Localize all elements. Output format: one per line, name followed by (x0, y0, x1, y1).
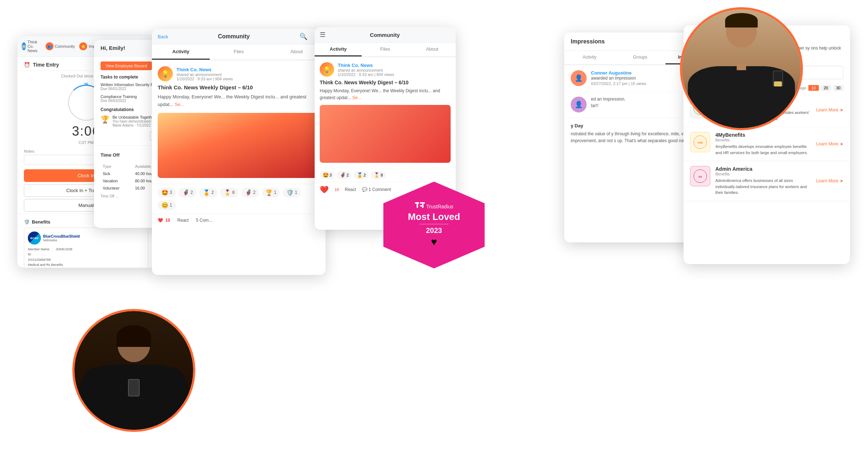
reaction-chip[interactable]: 🛡️1 (283, 188, 301, 198)
svg-text:AA: AA (698, 175, 702, 178)
reaction-chip[interactable]: 🦸2 (241, 188, 259, 198)
post-image (158, 113, 320, 178)
shield-icon: 🛡️ (24, 219, 30, 225)
bcbs-logo: BCBS BlueCrossBlueShield Nebraska (28, 232, 144, 245)
marketplace-item: 4MB 4MyBenefits Benefits 4myBenefits dev… (684, 127, 850, 161)
impressions-icon: ⭐ (79, 42, 87, 50)
activity-post: 💡 Think Co. News shared an announcement … (315, 57, 456, 168)
insurance-card: BCBS BlueCrossBlueShield Nebraska Member… (24, 228, 148, 268)
see-more-link-mobile[interactable]: Se... (352, 95, 361, 100)
arrow-right-icon: ➤ (840, 178, 843, 183)
post-preview: Happy Monday, Everyone! We... the Weekly… (158, 93, 320, 109)
author-avatar: 💡 (158, 66, 173, 81)
tab-activity-mobile[interactable]: Activity (315, 43, 362, 56)
act-post-body: Happy Monday, Everyone! We... the Weekly… (320, 88, 451, 101)
tab-activity[interactable]: Activity (152, 44, 210, 60)
tab-files[interactable]: Files (210, 44, 268, 60)
main-scene: 🏢 Think Co. News 👥 Community ⭐ Impressio… (0, 0, 868, 450)
action-bar: ❤️ 10 React 5 Com... (152, 214, 326, 226)
marketplace-item: AA Admin America Benefits AdminAmerica o… (684, 161, 850, 201)
heart-reaction[interactable]: ❤️ 10 (158, 218, 170, 223)
tab-about-mobile[interactable]: About (409, 43, 456, 56)
tab-groups-imp[interactable]: Groups (615, 51, 665, 64)
person-circle-left (72, 309, 195, 432)
react-button[interactable]: React (177, 218, 188, 223)
learn-more-button-1[interactable]: Learn More ➤ (816, 141, 843, 147)
svg-text:4MB: 4MB (698, 141, 703, 144)
mp-logo-admin-america: AA (690, 166, 710, 186)
react-mobile-button[interactable]: React (345, 187, 356, 192)
imp-avatar-2: 👤 (571, 97, 587, 112)
act-chip[interactable]: 🎖️8 (371, 171, 386, 179)
act-image (320, 105, 451, 163)
act-author: 💡 Think Co. News shared an announcement … (320, 62, 451, 77)
community-icon: 👥 (46, 42, 54, 50)
reaction-chip[interactable]: 🏆1 (262, 188, 280, 198)
arrow-right-icon: ➤ (840, 141, 843, 147)
post-area: 💡 Think Co. News shared an announcement … (152, 60, 326, 184)
post-title: Think Co. News Weekly Digest – 6/10 (158, 84, 320, 90)
comments-button[interactable]: 5 Com... (196, 218, 212, 223)
nav-community[interactable]: 👥 Community (46, 42, 75, 50)
bcbs-icon: BCBS (28, 232, 41, 245)
hamburger-icon[interactable]: ☰ (320, 31, 326, 39)
imp-avatar-1: 👤 (571, 70, 587, 86)
reaction-chip[interactable]: 🤩3 (158, 188, 176, 198)
act-reactions: 🤩3 🦸2 🏅2 🎖️8 (315, 168, 456, 182)
activity-topbar: ☰ Community (315, 27, 456, 43)
act-heart-icon[interactable]: ❤️ (320, 185, 329, 194)
divider-line (420, 224, 448, 224)
svg-rect-7 (417, 202, 418, 208)
see-more-link[interactable]: Se... (175, 102, 184, 107)
activity-tab-bar: Activity Files About (315, 43, 456, 57)
insurance-info: Member Name JOHN DOE ID XXX123456789 Med… (28, 247, 144, 268)
activity-title: Community (370, 32, 400, 38)
view-employee-record-button[interactable]: View Employee Record (101, 61, 152, 70)
most-loved-label: Most Loved (408, 212, 460, 222)
per-page-20[interactable]: 20 (821, 85, 831, 91)
svg-rect-8 (420, 202, 425, 204)
act-post-title: Think Co. News Weekly Digest – 6/10 (320, 80, 451, 85)
tab-files-mobile[interactable]: Files (362, 43, 409, 56)
clock-icon: ⏰ (24, 62, 30, 68)
hexagon-badge: TrustRadius Most Loved 2023 ♥ (383, 182, 485, 268)
trust-radius-badge: TrustRadius Most Loved 2023 ♥ (383, 182, 485, 268)
act-chip[interactable]: 🤩3 (320, 171, 335, 179)
back-button[interactable]: Back (158, 34, 168, 39)
reaction-chip[interactable]: 🦸2 (179, 188, 197, 198)
community-tab-bar: Activity Files About (152, 44, 326, 60)
per-page-30[interactable]: 30 (833, 85, 843, 91)
reaction-chip[interactable]: 🎖️8 (220, 188, 238, 198)
think-co-icon: 🏢 (22, 42, 26, 50)
mp-logo-4mybenefits: 4MB (690, 132, 710, 152)
act-chip[interactable]: 🏅2 (354, 171, 369, 179)
search-icon[interactable]: 🔍 (299, 33, 307, 41)
reactions-bar: 🤩3 🦸2 🏅2 🎖️8 🦸2 🏆1 🛡️1 😊1 (152, 184, 326, 214)
tab-activity-imp[interactable]: Activity (564, 51, 615, 64)
svg-rect-10 (420, 205, 424, 207)
learn-more-button-0[interactable]: Learn More ➤ (816, 107, 843, 112)
reaction-chip[interactable]: 😊1 (158, 200, 176, 210)
act-avatar: 💡 (320, 62, 334, 77)
nav-think-co[interactable]: 🏢 Think Co. News (22, 40, 41, 53)
mp-info-admin-america: Admin America Benefits AdminAmerica offe… (715, 166, 811, 196)
per-page-10[interactable]: 10 (808, 85, 818, 91)
year-label: 2023 (426, 226, 442, 235)
person-circle-right (680, 7, 803, 130)
learn-more-button-2[interactable]: Learn More ➤ (816, 178, 843, 183)
act-chip[interactable]: 🦸2 (337, 171, 352, 179)
post-author: 💡 Think Co. News shared an announcement … (158, 66, 320, 81)
community-top-bar: Back Community 🔍 ⋮ (152, 29, 326, 44)
community-card: Back Community 🔍 ⋮ Activity Files About … (152, 29, 326, 275)
arrow-right-icon: ➤ (840, 107, 843, 112)
mp-info-4mybenefits: 4MyBenefits Benefits 4myBenefits develop… (715, 132, 811, 156)
reaction-chip[interactable]: 🏅2 (199, 188, 217, 198)
trust-radius-label: TrustRadius (426, 204, 454, 209)
heart-icon: ♥ (431, 236, 437, 248)
trophy-icon: 🏆 (101, 115, 110, 124)
tr-logo-icon (415, 202, 425, 211)
